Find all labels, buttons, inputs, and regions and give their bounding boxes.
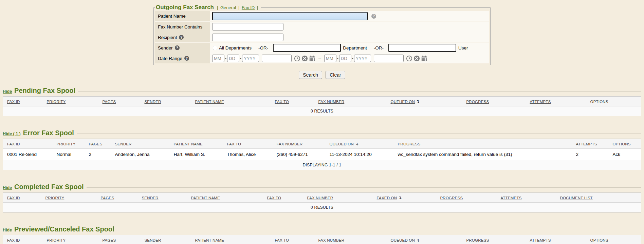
hide-error-link[interactable]: Hide ( 1 ) bbox=[3, 131, 21, 136]
col-priority[interactable]: PRIORITY bbox=[57, 142, 76, 146]
col-progress[interactable]: PROGRESS bbox=[440, 196, 463, 200]
col-attempts[interactable]: ATTEMPTS bbox=[576, 142, 597, 146]
user-input[interactable] bbox=[388, 44, 456, 52]
form-nav: | General | Fax ID | bbox=[216, 5, 259, 10]
col-queued-on[interactable]: QUEUED ON bbox=[330, 142, 354, 146]
end-day-input[interactable] bbox=[339, 55, 351, 62]
col-fax-to[interactable]: FAX TO bbox=[275, 100, 289, 104]
start-day-input[interactable] bbox=[227, 55, 239, 62]
col-queued-on[interactable]: QUEUED ON bbox=[391, 238, 415, 242]
clock-icon[interactable] bbox=[406, 55, 412, 62]
col-progress[interactable]: PROGRESS bbox=[466, 238, 489, 242]
col-priority[interactable]: PRIORITY bbox=[47, 238, 66, 242]
clear-date-icon[interactable] bbox=[301, 55, 308, 62]
col-pages[interactable]: PAGES bbox=[103, 238, 116, 242]
col-fax-id[interactable]: FAX ID bbox=[7, 196, 20, 200]
tab-general[interactable]: General bbox=[220, 5, 236, 10]
help-icon[interactable]: ? bbox=[184, 56, 189, 61]
results-count: 0 RESULTS bbox=[3, 106, 641, 116]
col-fax-number[interactable]: FAX NUMBER bbox=[307, 196, 333, 200]
col-faxed-on[interactable]: FAXED ON bbox=[377, 196, 397, 200]
clear-date-icon[interactable] bbox=[413, 55, 420, 62]
help-icon[interactable]: ? bbox=[175, 45, 180, 50]
col-fax-number[interactable]: FAX NUMBER bbox=[318, 100, 345, 104]
previewed-fax-table: FAX ID PRIORITY PAGES SENDER PATIENT NAM… bbox=[3, 235, 641, 244]
recipient-input[interactable] bbox=[212, 34, 283, 41]
col-fax-id[interactable]: FAX ID bbox=[7, 238, 20, 242]
error-fax-spool-section: Hide ( 1 ) Error Fax Spool FAX ID PRIORI… bbox=[3, 129, 641, 170]
col-pages[interactable]: PAGES bbox=[101, 196, 114, 200]
clock-icon[interactable] bbox=[294, 55, 300, 62]
clear-button[interactable]: Clear bbox=[326, 71, 345, 79]
section-rule bbox=[87, 187, 641, 188]
hide-pending-link[interactable]: Hide bbox=[3, 89, 12, 94]
start-time-input[interactable] bbox=[262, 55, 292, 62]
col-priority[interactable]: PRIORITY bbox=[47, 100, 66, 104]
error-header-row: FAX ID PRIORITY PAGES SENDER PATIENT NAM… bbox=[3, 139, 641, 149]
col-pages[interactable]: PAGES bbox=[103, 100, 116, 104]
col-fax-to[interactable]: FAX TO bbox=[227, 142, 241, 146]
tab-fax-id[interactable]: Fax ID bbox=[242, 5, 255, 10]
col-sender[interactable]: SENDER bbox=[115, 142, 132, 146]
col-progress[interactable]: PROGRESS bbox=[398, 142, 421, 146]
col-fax-to[interactable]: FAX TO bbox=[275, 238, 289, 242]
ack-action[interactable]: Ack bbox=[609, 149, 641, 160]
col-progress[interactable]: PROGRESS bbox=[466, 100, 489, 104]
col-attempts[interactable]: ATTEMPTS bbox=[501, 196, 522, 200]
sort-desc-icon: ↴ bbox=[416, 238, 420, 243]
hide-previewed-link[interactable]: Hide bbox=[3, 228, 12, 232]
sort-desc-icon: ↴ bbox=[398, 195, 402, 200]
cell-fax-id: 0001 Re-Send bbox=[3, 149, 53, 160]
help-icon[interactable]: ? bbox=[179, 35, 184, 40]
completed-fax-spool-section: Hide Completed Fax Spool FAX ID PRIORITY… bbox=[3, 183, 641, 212]
col-sender[interactable]: SENDER bbox=[142, 196, 159, 200]
completed-section-title: Completed Fax Spool bbox=[14, 183, 84, 191]
patient-name-input[interactable] bbox=[212, 12, 368, 20]
col-fax-id[interactable]: FAX ID bbox=[7, 142, 20, 146]
date-dash: - bbox=[352, 56, 353, 61]
start-year-input[interactable] bbox=[242, 55, 259, 62]
calendar-icon[interactable] bbox=[421, 55, 427, 62]
cell-attempts: 2 bbox=[572, 149, 609, 160]
patient-name-row: Patient Name ? bbox=[155, 11, 489, 21]
col-attempts[interactable]: ATTEMPTS bbox=[530, 100, 551, 104]
pending-fax-table: FAX ID PRIORITY PAGES SENDER PATIENT NAM… bbox=[3, 96, 641, 116]
error-section-title: Error Fax Spool bbox=[23, 129, 74, 137]
col-priority[interactable]: PRIORITY bbox=[45, 196, 65, 200]
col-attempts[interactable]: ATTEMPTS bbox=[530, 238, 551, 242]
results-count: 0 RESULTS bbox=[3, 203, 641, 212]
calendar-icon[interactable] bbox=[309, 55, 315, 62]
col-pages[interactable]: PAGES bbox=[89, 142, 103, 146]
start-month-input[interactable] bbox=[212, 55, 224, 62]
hide-completed-link[interactable]: Hide bbox=[3, 185, 12, 190]
help-icon[interactable]: ? bbox=[371, 14, 376, 19]
col-fax-to[interactable]: FAX TO bbox=[267, 196, 281, 200]
department-input[interactable] bbox=[273, 44, 341, 52]
date-dash: - bbox=[225, 56, 226, 61]
col-patient-name[interactable]: PATIENT NAME bbox=[195, 100, 224, 104]
nav-separator: | bbox=[257, 5, 258, 10]
col-queued-on[interactable]: QUEUED ON bbox=[391, 100, 415, 104]
col-patient-name[interactable]: PATIENT NAME bbox=[195, 238, 224, 242]
search-fieldset: Outgoing Fax Search | General | Fax ID |… bbox=[153, 4, 491, 65]
col-sender[interactable]: SENDER bbox=[145, 238, 161, 242]
cell-pages: 2 bbox=[85, 149, 111, 160]
col-patient-name[interactable]: PATIENT NAME bbox=[174, 142, 203, 146]
error-results-row: DISPLAYING 1-1 / 1 bbox=[3, 160, 641, 170]
end-year-input[interactable] bbox=[354, 55, 371, 62]
col-sender[interactable]: SENDER bbox=[145, 100, 161, 104]
all-departments-checkbox[interactable] bbox=[213, 46, 217, 50]
pending-header-row: FAX ID PRIORITY PAGES SENDER PATIENT NAM… bbox=[3, 97, 641, 106]
search-button[interactable]: Search bbox=[299, 71, 322, 79]
pending-section-title: Pending Fax Spool bbox=[14, 87, 75, 95]
col-patient-name[interactable]: PATIENT NAME bbox=[191, 196, 220, 200]
col-fax-id[interactable]: FAX ID bbox=[7, 100, 20, 104]
fax-number-input[interactable] bbox=[212, 23, 283, 30]
col-document-list[interactable]: DOCUMENT LIST bbox=[560, 196, 593, 200]
end-month-input[interactable] bbox=[324, 55, 336, 62]
col-fax-number[interactable]: FAX NUMBER bbox=[277, 142, 303, 146]
col-options: OPTIONS bbox=[613, 142, 631, 146]
col-fax-number[interactable]: FAX NUMBER bbox=[318, 238, 345, 242]
nav-separator: | bbox=[238, 5, 239, 10]
end-time-input[interactable] bbox=[374, 55, 404, 62]
